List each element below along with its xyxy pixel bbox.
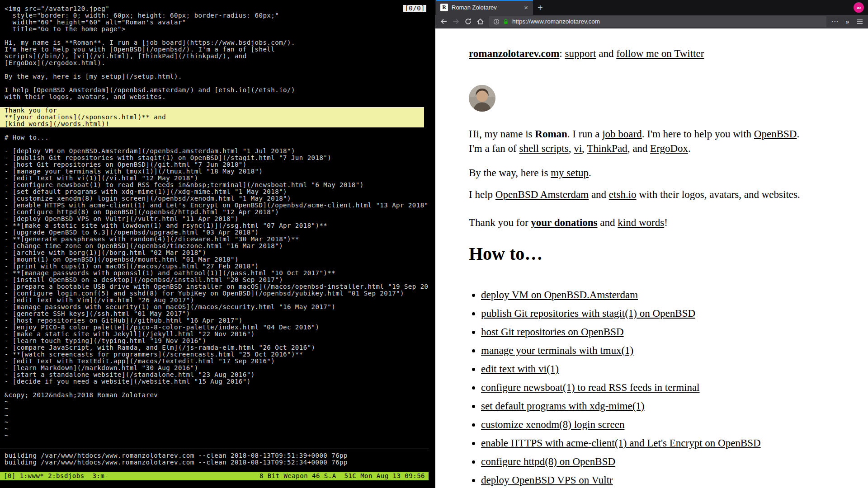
page-link[interactable]: follow me on Twitter <box>616 48 704 59</box>
page-link[interactable]: ThinkPad <box>587 143 627 154</box>
terminal-line: - [deploy OpenBSD VPS on Vultr](/vultr.h… <box>5 216 429 222</box>
howto-link[interactable]: edit text with vi(1) <box>481 363 559 375</box>
thanks-paragraph: Thank you for your donations and kind wo… <box>469 216 806 230</box>
terminal-line: - [customize xenodm(8) login screen](/op… <box>5 195 429 202</box>
howto-link[interactable]: configure newsboat(1) to read RSS feeds … <box>481 382 700 393</box>
terminal-line <box>5 127 429 134</box>
text-segment: with their logos, avatars, and websites. <box>637 189 800 200</box>
terminal-line: - [prepare a bootable USB drive with Ope… <box>5 283 429 290</box>
terminal-line: - [learn Markdown](/markdown.html "30 Au… <box>5 365 429 371</box>
terminal-line: style="border: 0; width: 60px; height: 6… <box>5 12 429 19</box>
terminal-line <box>5 66 429 73</box>
page-link[interactable]: OpenBSD Amsterdam <box>495 189 589 200</box>
howto-link[interactable]: deploy OpenBSD VPS on Vultr <box>481 474 613 486</box>
terminal-line: - [configure login.conf(5) and sshd(8) f… <box>5 290 429 297</box>
terminal-line: - **[manage passwords with openssl(1) an… <box>5 270 429 277</box>
terminal-line: width="60" height="60" alt="Roman's avat… <box>5 19 429 26</box>
page-link[interactable]: my setup <box>551 167 589 178</box>
howto-item: host Git repositories on OpenBSD <box>481 325 806 339</box>
howto-heading: How to… <box>469 244 806 264</box>
terminal-line: with their logos, avatars, and websites. <box>5 94 429 100</box>
terminal-line: - [configure newsboat(1) to read RSS fee… <box>5 182 429 188</box>
text-segment: By the way, here is <box>469 167 551 178</box>
terminal-line <box>5 80 429 87</box>
page-actions-icon[interactable]: ··· <box>829 16 841 28</box>
terminal-line: - [enable HTTPS with acme-client(1) and … <box>5 202 429 209</box>
howto-link[interactable]: enable HTTPS with acme-client(1) and Let… <box>481 437 761 449</box>
page-link[interactable]: OpenBSD <box>754 128 797 140</box>
avatar[interactable] <box>469 85 495 112</box>
url-bar[interactable]: https://www.romanzolotarev.com <box>489 16 826 27</box>
intro-paragraph: Hi, my name is Roman. I run a job board.… <box>469 127 806 156</box>
terminal-line: - [compare JavaScript, with Ramda, and E… <box>5 344 429 351</box>
howto-link[interactable]: deploy VM on OpenBSD.Amsterdam <box>481 289 638 300</box>
terminal-line: ~ <box>5 399 429 405</box>
terminal-line: - [learn touch typing](/typing.html "19 … <box>5 338 429 344</box>
howto-item: manage your terminals with tmux(1) <box>481 343 806 358</box>
terminal-line: # How to... <box>5 134 429 141</box>
terminal-line: - [make a static site with Jekyll](/jeky… <box>5 331 429 338</box>
tmux-window-list[interactable]: [0] 1:www* 2:bsdjobs 3:m- <box>4 473 108 479</box>
howto-item: publish Git repositories with stagit(1) … <box>481 306 806 321</box>
tmux-status-right: 8 Bit Weapon 46 S.A 51C Mon Aug 13 09:56 <box>259 473 425 479</box>
forward-button[interactable] <box>450 16 462 28</box>
site-favicon: R <box>440 4 448 11</box>
page-link[interactable]: etsh.io <box>609 189 637 200</box>
terminal-line: - [set default programs with xdg-mime(1)… <box>5 188 429 195</box>
build-log-line: building /var/www/htdocs/www.romanzolota… <box>5 459 429 466</box>
menu-button[interactable] <box>854 16 866 28</box>
browser-tab-bar: R Roman Zolotarev × + ∞ <box>435 0 868 15</box>
page-link[interactable]: your donations <box>531 217 597 228</box>
page-info-icon[interactable] <box>493 19 500 25</box>
howto-item: deploy OpenBSD VPS on Vultr <box>481 473 806 488</box>
howto-link[interactable]: manage your terminals with tmux(1) <box>481 345 633 356</box>
terminal-line: &copy; 2012&ndash;2018 Roman Zolotarev <box>5 392 429 399</box>
reload-button[interactable] <box>462 16 474 28</box>
page-link[interactable]: vi <box>574 143 582 154</box>
terminal-line: - [print with cups(1) on macOS](/macos/c… <box>5 263 429 270</box>
howto-link[interactable]: host Git repositories on OpenBSD <box>481 326 624 338</box>
terminal-counter-badge: [0/0] <box>403 5 426 12</box>
site-header: romanzolotarev.com: support and follow m… <box>469 47 806 60</box>
text-segment: , <box>582 143 587 154</box>
terminal-line: ~ <box>5 432 429 439</box>
terminal-line: - [host Git repositories on OpenBSD](/gi… <box>5 161 429 168</box>
terminal-line: ~ <box>5 405 429 412</box>
terminal-line: ~ <box>5 419 429 426</box>
page-link[interactable]: kind words <box>618 217 664 228</box>
howto-link[interactable]: customize xenodm(8) login screen <box>481 419 624 430</box>
https-lock-icon[interactable] <box>503 19 509 25</box>
tab-close-icon[interactable]: × <box>523 4 529 11</box>
back-icon <box>440 18 448 25</box>
text-segment: Hi, my name is <box>469 128 535 140</box>
terminal-line: - [publish Git repositories with stagit(… <box>5 155 429 161</box>
browser-nav-toolbar: https://www.romanzolotarev.com ··· » <box>435 15 868 28</box>
url-text[interactable]: https://www.romanzolotarev.com <box>512 18 600 25</box>
page-link[interactable]: shell scripts <box>519 143 568 154</box>
tmux-status-bar[interactable]: [0] 1:www* 2:bsdjobs 3:m- 8 Bit Weapon 4… <box>0 472 429 480</box>
terminal-line: ~ <box>5 412 429 419</box>
back-button[interactable] <box>438 16 450 28</box>
tab-roman-zolotarev[interactable]: R Roman Zolotarev × <box>436 0 533 15</box>
page-link[interactable]: ErgoDox <box>650 143 688 154</box>
page-link[interactable]: support <box>565 48 596 59</box>
howto-link[interactable]: publish Git repositories with stagit(1) … <box>481 308 695 319</box>
pink-badge-icon[interactable]: ∞ <box>854 2 864 13</box>
terminal-line: - [manage passwords with security(1) on … <box>5 304 429 310</box>
home-button[interactable] <box>474 16 486 28</box>
terminal-line: - [enjoy PICO-8 color palette](/pico-8-c… <box>5 324 429 331</box>
terminal-line: [ErgoDox](/ergodox.html). <box>5 60 429 66</box>
terminal-window[interactable]: <img src="/avatar120.jpeg" style="border… <box>0 0 435 488</box>
new-tab-button[interactable]: + <box>533 3 547 12</box>
howto-link[interactable]: configure httpd(8) on OpenBSD <box>481 456 615 467</box>
text-segment: . I run a <box>567 128 602 140</box>
toolbar-overflow-icon[interactable]: » <box>841 16 854 28</box>
terminal-buffer[interactable]: <img src="/avatar120.jpeg" style="border… <box>0 5 429 439</box>
page-link[interactable]: romanzolotarev.com <box>469 48 559 59</box>
howto-link[interactable]: set default programs with xdg-mime(1) <box>481 400 645 412</box>
page-link[interactable]: job board <box>602 128 642 140</box>
browser-window: R Roman Zolotarev × + ∞ <box>435 0 868 488</box>
text-segment: . <box>589 167 591 178</box>
forward-icon <box>452 18 460 25</box>
terminal-line <box>5 33 429 39</box>
